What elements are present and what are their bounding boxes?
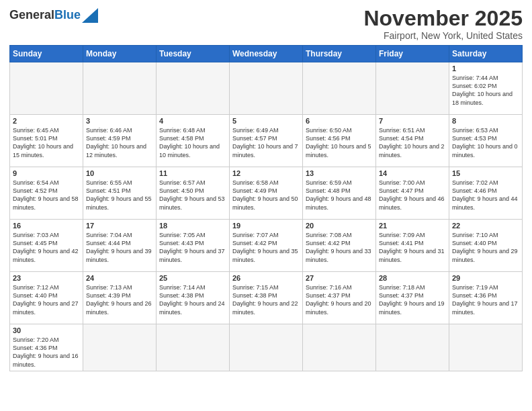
header: GeneralBlue November 2025 Fairport, New … [9, 7, 523, 41]
col-sunday: Sunday [10, 46, 83, 62]
day-number: 28 [379, 274, 446, 282]
table-row: 19Sunrise: 7:07 AM Sunset: 4:42 PM Dayli… [230, 220, 303, 272]
day-info: Sunrise: 7:12 AM Sunset: 4:40 PM Dayligh… [13, 283, 80, 316]
day-info: Sunrise: 6:59 AM Sunset: 4:48 PM Dayligh… [306, 179, 373, 212]
month-title: November 2025 [363, 7, 523, 30]
table-row: 6Sunrise: 6:50 AM Sunset: 4:56 PM Daylig… [303, 115, 376, 167]
day-number: 21 [379, 222, 446, 230]
table-row: 20Sunrise: 7:08 AM Sunset: 4:42 PM Dayli… [303, 220, 376, 272]
table-row [157, 62, 230, 115]
table-row: 11Sunrise: 6:57 AM Sunset: 4:50 PM Dayli… [157, 167, 230, 220]
day-info: Sunrise: 7:08 AM Sunset: 4:42 PM Dayligh… [306, 231, 373, 264]
day-number: 7 [379, 117, 446, 125]
day-number: 12 [232, 169, 300, 177]
day-info: Sunrise: 7:13 AM Sunset: 4:39 PM Dayligh… [86, 283, 153, 316]
day-info: Sunrise: 7:04 AM Sunset: 4:44 PM Dayligh… [86, 231, 153, 264]
day-number: 16 [13, 222, 80, 230]
day-info: Sunrise: 7:07 AM Sunset: 4:42 PM Dayligh… [232, 231, 300, 264]
logo-area: GeneralBlue [9, 7, 98, 23]
table-row: 25Sunrise: 7:14 AM Sunset: 4:38 PM Dayli… [157, 272, 230, 324]
day-info: Sunrise: 6:58 AM Sunset: 4:49 PM Dayligh… [232, 179, 300, 212]
day-number: 2 [13, 117, 80, 125]
col-wednesday: Wednesday [230, 46, 303, 62]
day-info: Sunrise: 6:50 AM Sunset: 4:56 PM Dayligh… [306, 126, 373, 159]
day-number: 1 [452, 64, 519, 73]
day-info: Sunrise: 7:15 AM Sunset: 4:38 PM Dayligh… [232, 283, 300, 316]
table-row [376, 324, 449, 371]
logo-icon [82, 8, 98, 23]
table-row: 21Sunrise: 7:09 AM Sunset: 4:41 PM Dayli… [376, 220, 449, 272]
day-number: 30 [13, 326, 80, 334]
table-row: 1Sunrise: 7:44 AM Sunset: 6:02 PM Daylig… [449, 62, 523, 115]
day-number: 25 [159, 274, 226, 282]
svg-marker-0 [82, 8, 98, 23]
table-row: 16Sunrise: 7:03 AM Sunset: 4:45 PM Dayli… [10, 220, 83, 272]
day-info: Sunrise: 7:02 AM Sunset: 4:46 PM Dayligh… [452, 179, 519, 212]
day-number: 26 [232, 274, 300, 282]
day-info: Sunrise: 6:49 AM Sunset: 4:57 PM Dayligh… [232, 126, 300, 159]
table-row: 7Sunrise: 6:51 AM Sunset: 4:54 PM Daylig… [376, 115, 449, 167]
table-row: 30Sunrise: 7:20 AM Sunset: 4:36 PM Dayli… [10, 324, 83, 371]
logo-text: GeneralBlue [9, 9, 81, 21]
day-info: Sunrise: 7:09 AM Sunset: 4:41 PM Dayligh… [379, 231, 446, 264]
table-row [230, 62, 303, 115]
day-info: Sunrise: 7:03 AM Sunset: 4:45 PM Dayligh… [13, 231, 80, 264]
day-number: 23 [13, 274, 80, 282]
table-row: 23Sunrise: 7:12 AM Sunset: 4:40 PM Dayli… [10, 272, 83, 324]
day-number: 17 [86, 222, 153, 230]
day-info: Sunrise: 7:18 AM Sunset: 4:37 PM Dayligh… [379, 283, 446, 316]
day-number: 5 [232, 117, 300, 125]
location-subtitle: Fairport, New York, United States [363, 30, 523, 41]
table-row [83, 324, 157, 371]
logo-general: General [9, 8, 54, 21]
table-row: 17Sunrise: 7:04 AM Sunset: 4:44 PM Dayli… [83, 220, 157, 272]
day-number: 20 [306, 222, 373, 230]
day-number: 14 [379, 169, 446, 177]
table-row: 15Sunrise: 7:02 AM Sunset: 4:46 PM Dayli… [449, 167, 523, 220]
day-number: 6 [306, 117, 373, 125]
day-number: 15 [452, 169, 519, 177]
table-row [83, 62, 157, 115]
day-info: Sunrise: 6:51 AM Sunset: 4:54 PM Dayligh… [379, 126, 446, 159]
table-row: 8Sunrise: 6:53 AM Sunset: 4:53 PM Daylig… [449, 115, 523, 167]
day-number: 29 [452, 274, 519, 282]
calendar-header-row: Sunday Monday Tuesday Wednesday Thursday… [10, 46, 523, 62]
day-info: Sunrise: 7:14 AM Sunset: 4:38 PM Dayligh… [159, 283, 226, 316]
table-row: 9Sunrise: 6:54 AM Sunset: 4:52 PM Daylig… [10, 167, 83, 220]
day-number: 9 [13, 169, 80, 177]
day-number: 19 [232, 222, 300, 230]
table-row: 29Sunrise: 7:19 AM Sunset: 4:36 PM Dayli… [449, 272, 523, 324]
day-info: Sunrise: 6:57 AM Sunset: 4:50 PM Dayligh… [159, 179, 226, 212]
logo-blue: Blue [54, 8, 81, 21]
day-info: Sunrise: 7:16 AM Sunset: 4:37 PM Dayligh… [306, 283, 373, 316]
day-info: Sunrise: 6:53 AM Sunset: 4:53 PM Dayligh… [452, 126, 519, 159]
table-row [10, 62, 83, 115]
day-info: Sunrise: 7:44 AM Sunset: 6:02 PM Dayligh… [452, 74, 519, 107]
day-info: Sunrise: 7:00 AM Sunset: 4:47 PM Dayligh… [379, 179, 446, 212]
col-thursday: Thursday [303, 46, 376, 62]
day-info: Sunrise: 7:10 AM Sunset: 4:40 PM Dayligh… [452, 231, 519, 264]
table-row: 28Sunrise: 7:18 AM Sunset: 4:37 PM Dayli… [376, 272, 449, 324]
title-area: November 2025 Fairport, New York, United… [363, 7, 523, 41]
day-info: Sunrise: 6:46 AM Sunset: 4:59 PM Dayligh… [86, 126, 153, 159]
page: GeneralBlue November 2025 Fairport, New … [0, 0, 532, 411]
day-number: 3 [86, 117, 153, 125]
day-number: 8 [452, 117, 519, 125]
table-row: 24Sunrise: 7:13 AM Sunset: 4:39 PM Dayli… [83, 272, 157, 324]
table-row: 14Sunrise: 7:00 AM Sunset: 4:47 PM Dayli… [376, 167, 449, 220]
calendar: Sunday Monday Tuesday Wednesday Thursday… [9, 45, 523, 371]
day-info: Sunrise: 7:05 AM Sunset: 4:43 PM Dayligh… [159, 231, 226, 264]
table-row [303, 62, 376, 115]
day-number: 13 [306, 169, 373, 177]
day-number: 24 [86, 274, 153, 282]
table-row [376, 62, 449, 115]
day-number: 10 [86, 169, 153, 177]
col-monday: Monday [83, 46, 157, 62]
day-number: 11 [159, 169, 226, 177]
day-info: Sunrise: 6:54 AM Sunset: 4:52 PM Dayligh… [13, 179, 80, 212]
day-info: Sunrise: 6:45 AM Sunset: 5:01 PM Dayligh… [13, 126, 80, 159]
table-row: 26Sunrise: 7:15 AM Sunset: 4:38 PM Dayli… [230, 272, 303, 324]
table-row [157, 324, 230, 371]
table-row: 13Sunrise: 6:59 AM Sunset: 4:48 PM Dayli… [303, 167, 376, 220]
table-row: 22Sunrise: 7:10 AM Sunset: 4:40 PM Dayli… [449, 220, 523, 272]
